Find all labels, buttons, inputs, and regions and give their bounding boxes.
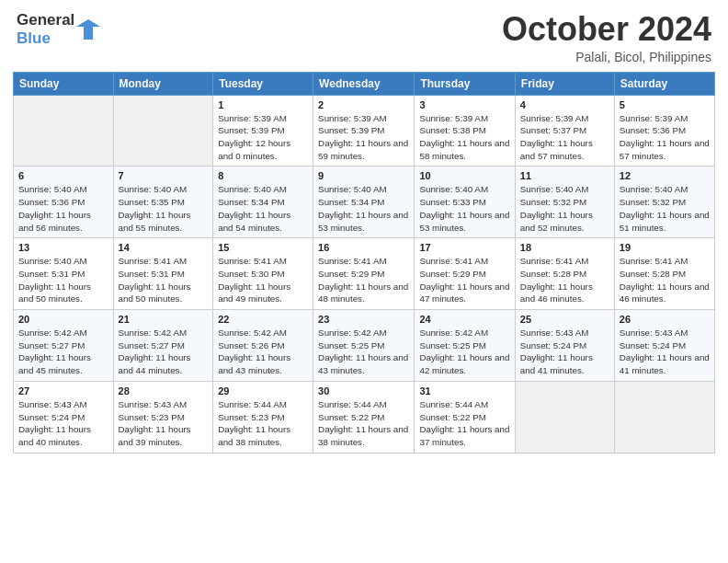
header-saturday: Saturday <box>614 72 714 95</box>
table-row: 3Sunrise: 5:39 AM Sunset: 5:38 PM Daylig… <box>415 95 515 167</box>
table-row: 9Sunrise: 5:40 AM Sunset: 5:34 PM Daylig… <box>313 167 415 238</box>
header-thursday: Thursday <box>415 72 515 95</box>
day-info: Sunrise: 5:40 AM Sunset: 5:36 PM Dayligh… <box>18 183 108 234</box>
day-number: 26 <box>620 314 710 325</box>
day-number: 12 <box>620 170 710 181</box>
day-info: Sunrise: 5:40 AM Sunset: 5:34 PM Dayligh… <box>218 183 308 234</box>
table-row: 27Sunrise: 5:43 AM Sunset: 5:24 PM Dayli… <box>14 381 114 453</box>
table-row: 15Sunrise: 5:41 AM Sunset: 5:30 PM Dayli… <box>213 238 313 310</box>
day-number: 15 <box>218 242 308 253</box>
day-number: 6 <box>18 170 108 181</box>
logo: General Blue <box>17 11 100 47</box>
table-row: 13Sunrise: 5:40 AM Sunset: 5:31 PM Dayli… <box>14 238 114 310</box>
day-number: 13 <box>18 242 108 253</box>
day-number: 3 <box>419 99 509 110</box>
day-info: Sunrise: 5:41 AM Sunset: 5:29 PM Dayligh… <box>419 255 509 305</box>
header: General Blue October 2024 Palali, Bicol,… <box>0 0 728 72</box>
calendar-week-row: 20Sunrise: 5:42 AM Sunset: 5:27 PM Dayli… <box>14 310 715 382</box>
day-info: Sunrise: 5:42 AM Sunset: 5:26 PM Dayligh… <box>218 327 308 377</box>
day-number: 23 <box>318 314 409 325</box>
title-section: October 2024 Palali, Bicol, Philippines <box>502 11 711 64</box>
table-row: 1Sunrise: 5:39 AM Sunset: 5:39 PM Daylig… <box>213 95 313 167</box>
day-info: Sunrise: 5:39 AM Sunset: 5:39 PM Dayligh… <box>218 112 308 163</box>
calendar-week-row: 1Sunrise: 5:39 AM Sunset: 5:39 PM Daylig… <box>14 95 715 167</box>
table-row: 20Sunrise: 5:42 AM Sunset: 5:27 PM Dayli… <box>14 310 114 382</box>
day-info: Sunrise: 5:39 AM Sunset: 5:38 PM Dayligh… <box>419 112 509 163</box>
table-row: 28Sunrise: 5:43 AM Sunset: 5:23 PM Dayli… <box>113 381 213 453</box>
table-row: 25Sunrise: 5:43 AM Sunset: 5:24 PM Dayli… <box>515 310 614 382</box>
day-number: 30 <box>318 385 409 396</box>
day-number: 10 <box>419 170 509 181</box>
table-row: 5Sunrise: 5:39 AM Sunset: 5:36 PM Daylig… <box>614 95 714 167</box>
day-info: Sunrise: 5:42 AM Sunset: 5:27 PM Dayligh… <box>18 327 108 377</box>
table-row: 18Sunrise: 5:41 AM Sunset: 5:28 PM Dayli… <box>515 238 614 310</box>
day-info: Sunrise: 5:40 AM Sunset: 5:35 PM Dayligh… <box>119 183 209 234</box>
day-number: 8 <box>218 170 308 181</box>
day-number: 22 <box>218 314 308 325</box>
calendar-week-row: 13Sunrise: 5:40 AM Sunset: 5:31 PM Dayli… <box>14 238 715 310</box>
calendar-header-row: Sunday Monday Tuesday Wednesday Thursday… <box>14 72 715 95</box>
day-info: Sunrise: 5:41 AM Sunset: 5:31 PM Dayligh… <box>119 255 209 305</box>
day-info: Sunrise: 5:42 AM Sunset: 5:25 PM Dayligh… <box>318 327 409 377</box>
day-number: 14 <box>119 242 209 253</box>
table-row: 17Sunrise: 5:41 AM Sunset: 5:29 PM Dayli… <box>415 238 515 310</box>
table-row: 10Sunrise: 5:40 AM Sunset: 5:33 PM Dayli… <box>415 167 515 238</box>
header-sunday: Sunday <box>14 72 114 95</box>
day-number: 27 <box>18 385 108 396</box>
day-number: 25 <box>520 314 609 325</box>
table-row <box>14 95 114 167</box>
day-number: 19 <box>620 242 710 253</box>
day-number: 11 <box>520 170 609 181</box>
logo-bird-icon <box>76 17 100 41</box>
day-number: 24 <box>419 314 509 325</box>
table-row: 29Sunrise: 5:44 AM Sunset: 5:23 PM Dayli… <box>213 381 313 453</box>
table-row: 7Sunrise: 5:40 AM Sunset: 5:35 PM Daylig… <box>113 167 213 238</box>
day-info: Sunrise: 5:43 AM Sunset: 5:24 PM Dayligh… <box>18 398 108 449</box>
logo-content: General Blue <box>17 11 100 47</box>
day-number: 1 <box>218 99 308 110</box>
day-number: 18 <box>520 242 609 253</box>
table-row: 30Sunrise: 5:44 AM Sunset: 5:22 PM Dayli… <box>313 381 415 453</box>
calendar-page: General Blue October 2024 Palali, Bicol,… <box>0 0 728 563</box>
day-number: 9 <box>318 170 409 181</box>
day-info: Sunrise: 5:40 AM Sunset: 5:32 PM Dayligh… <box>520 183 609 234</box>
day-number: 5 <box>620 99 710 110</box>
calendar-week-row: 6Sunrise: 5:40 AM Sunset: 5:36 PM Daylig… <box>14 167 715 238</box>
table-row: 21Sunrise: 5:42 AM Sunset: 5:27 PM Dayli… <box>113 310 213 382</box>
day-number: 7 <box>119 170 209 181</box>
table-row: 31Sunrise: 5:44 AM Sunset: 5:22 PM Dayli… <box>415 381 515 453</box>
day-info: Sunrise: 5:41 AM Sunset: 5:30 PM Dayligh… <box>218 255 308 305</box>
table-row <box>113 95 213 167</box>
table-row: 6Sunrise: 5:40 AM Sunset: 5:36 PM Daylig… <box>14 167 114 238</box>
day-number: 29 <box>218 385 308 396</box>
day-info: Sunrise: 5:42 AM Sunset: 5:25 PM Dayligh… <box>419 327 509 377</box>
table-row: 24Sunrise: 5:42 AM Sunset: 5:25 PM Dayli… <box>415 310 515 382</box>
day-info: Sunrise: 5:41 AM Sunset: 5:28 PM Dayligh… <box>520 255 609 305</box>
day-info: Sunrise: 5:39 AM Sunset: 5:37 PM Dayligh… <box>520 112 609 163</box>
day-number: 2 <box>318 99 409 110</box>
location-subtitle: Palali, Bicol, Philippines <box>502 50 711 64</box>
table-row: 26Sunrise: 5:43 AM Sunset: 5:24 PM Dayli… <box>614 310 714 382</box>
table-row: 11Sunrise: 5:40 AM Sunset: 5:32 PM Dayli… <box>515 167 614 238</box>
table-row: 2Sunrise: 5:39 AM Sunset: 5:39 PM Daylig… <box>313 95 415 167</box>
day-info: Sunrise: 5:44 AM Sunset: 5:22 PM Dayligh… <box>419 398 509 449</box>
day-info: Sunrise: 5:41 AM Sunset: 5:28 PM Dayligh… <box>620 255 710 305</box>
header-friday: Friday <box>515 72 614 95</box>
day-info: Sunrise: 5:40 AM Sunset: 5:34 PM Dayligh… <box>318 183 409 234</box>
header-monday: Monday <box>113 72 213 95</box>
day-info: Sunrise: 5:41 AM Sunset: 5:29 PM Dayligh… <box>318 255 409 305</box>
day-info: Sunrise: 5:40 AM Sunset: 5:31 PM Dayligh… <box>18 255 108 305</box>
table-row: 4Sunrise: 5:39 AM Sunset: 5:37 PM Daylig… <box>515 95 614 167</box>
table-row: 14Sunrise: 5:41 AM Sunset: 5:31 PM Dayli… <box>113 238 213 310</box>
day-number: 28 <box>119 385 209 396</box>
day-info: Sunrise: 5:40 AM Sunset: 5:33 PM Dayligh… <box>419 183 509 234</box>
day-number: 17 <box>419 242 509 253</box>
day-info: Sunrise: 5:39 AM Sunset: 5:39 PM Dayligh… <box>318 112 409 163</box>
table-row: 16Sunrise: 5:41 AM Sunset: 5:29 PM Dayli… <box>313 238 415 310</box>
day-info: Sunrise: 5:39 AM Sunset: 5:36 PM Dayligh… <box>620 112 710 163</box>
table-row: 19Sunrise: 5:41 AM Sunset: 5:28 PM Dayli… <box>614 238 714 310</box>
table-row: 8Sunrise: 5:40 AM Sunset: 5:34 PM Daylig… <box>213 167 313 238</box>
day-number: 20 <box>18 314 108 325</box>
day-number: 31 <box>419 385 509 396</box>
header-tuesday: Tuesday <box>213 72 313 95</box>
